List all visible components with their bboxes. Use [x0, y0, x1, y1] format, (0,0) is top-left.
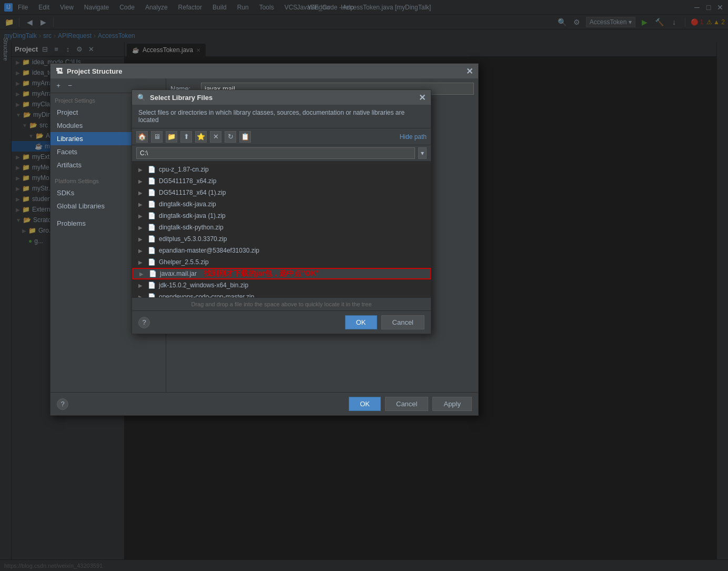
file-expand-icon: ▶ — [138, 236, 145, 242]
file-expand-icon: ▶ — [138, 167, 145, 173]
help-button[interactable]: ? — [138, 317, 150, 328]
file-item-0[interactable]: ▶ 📄 cpu-z_1.87-cn.zip — [132, 164, 431, 175]
file-expand-icon: ▶ — [138, 225, 145, 231]
file-type-icon: 📄 — [148, 224, 156, 231]
path-dropdown-button[interactable]: ▾ — [418, 147, 427, 159]
select-files-dialog: 🔍 Select Library Files ✕ Select files or… — [132, 89, 431, 334]
file-type-icon: 📄 — [148, 212, 156, 219]
file-item-6[interactable]: ▶ 📄 editplus_v5.3.0.3370.zip — [132, 233, 431, 245]
file-name: dingtalk-sdk-java.zip — [159, 201, 216, 208]
file-name: cpu-z_1.87-cn.zip — [159, 166, 209, 173]
select-files-cancel-button[interactable]: Cancel — [381, 315, 424, 329]
create-folder-button[interactable]: 📁 — [166, 131, 177, 143]
select-files-description: Select files or directories in which lib… — [132, 105, 431, 128]
file-name: javax.mail.jar — [160, 270, 197, 277]
annotation-text: 找到刚才下载的jar包，选中点"OK" — [204, 269, 319, 278]
file-name: jdk-15.0.2_windows-x64_bin.zip — [159, 282, 248, 289]
hide-path-link[interactable]: Hide path — [400, 133, 427, 141]
copy-path-button[interactable]: 📋 — [239, 131, 251, 143]
file-expand-icon: ▶ — [138, 178, 145, 184]
dialog-title-bar: 🏗 Project Structure ✕ — [50, 64, 478, 78]
file-expand-icon: ▶ — [138, 190, 145, 196]
dialog-title-icon: 🏗 — [56, 67, 63, 75]
path-input[interactable] — [136, 147, 415, 159]
up-button[interactable]: ⬆ — [180, 131, 192, 143]
file-toolbar: 🏠 🖥 📁 ⬆ ⭐ ✕ ↻ 📋 Hide path — [132, 128, 431, 145]
add-button[interactable]: + — [54, 81, 63, 91]
file-type-icon: 📄 — [148, 247, 156, 254]
file-name: DG5411178_x64 (1).zip — [159, 189, 226, 196]
file-name: dingtalk-sdk-python.zip — [159, 224, 224, 231]
file-tree[interactable]: ▶ 📄 cpu-z_1.87-cn.zip ▶ 📄 DG5411178_x64.… — [132, 162, 431, 297]
file-name: epandian-master@5384ef31030.zip — [159, 247, 259, 254]
dialog-title-text: Project Structure — [67, 67, 122, 75]
file-type-icon: 📄 — [148, 258, 156, 266]
file-type-icon: 📄 — [149, 270, 157, 277]
file-expand-icon: ▶ — [138, 248, 145, 254]
file-expand-icon: ▶ — [138, 283, 145, 288]
file-item-7[interactable]: ▶ 📄 epandian-master@5384ef31030.zip — [132, 245, 431, 256]
file-expand-icon: ▶ — [139, 271, 146, 277]
file-name: dingtalk-sdk-java (1).zip — [159, 212, 226, 219]
select-files-footer: ? OK Cancel — [132, 310, 431, 334]
desktop-button[interactable]: 🖥 — [151, 131, 163, 143]
select-files-close-button[interactable]: ✕ — [419, 93, 426, 103]
path-bar: ▾ — [132, 145, 431, 162]
file-item-3[interactable]: ▶ 📄 dingtalk-sdk-java.zip — [132, 198, 431, 210]
footer-buttons: OK Cancel Apply — [349, 397, 472, 411]
select-files-ok-button[interactable]: OK — [345, 315, 377, 329]
file-type-icon: 📄 — [148, 201, 156, 208]
file-type-icon: 📄 — [148, 282, 156, 289]
file-item-11[interactable]: ▶ 📄 opendevops-codo-cron-master.zip — [132, 291, 431, 297]
favorite-button[interactable]: ⭐ — [195, 131, 207, 143]
ok-button[interactable]: OK — [349, 397, 381, 411]
file-expand-icon: ▶ — [138, 259, 145, 265]
file-name: DG5411178_x64.zip — [159, 177, 216, 185]
file-item-10[interactable]: ▶ 📄 jdk-15.0.2_windows-x64_bin.zip — [132, 279, 431, 291]
file-item-5[interactable]: ▶ 📄 dingtalk-sdk-python.zip — [132, 222, 431, 233]
file-expand-icon: ▶ — [138, 213, 145, 219]
file-type-icon: 📄 — [148, 235, 156, 243]
file-type-icon: 📄 — [148, 189, 156, 196]
file-item-1[interactable]: ▶ 📄 DG5411178_x64.zip — [132, 175, 431, 187]
outer-dialog-footer: ? OK Cancel Apply — [50, 392, 478, 415]
file-type-icon: 📄 — [148, 166, 156, 173]
file-name: editplus_v5.3.0.3370.zip — [159, 235, 227, 243]
cancel-button[interactable]: Cancel — [385, 397, 428, 411]
file-type-icon: 📄 — [148, 293, 156, 297]
file-item-javax-mail[interactable]: ▶ 📄 javax.mail.jar 找到刚才下载的jar包，选中点"OK" — [132, 268, 431, 279]
file-item-4[interactable]: ▶ 📄 dingtalk-sdk-java (1).zip — [132, 210, 431, 222]
select-files-title-bar: 🔍 Select Library Files ✕ — [132, 90, 431, 105]
remove-button[interactable]: − — [65, 81, 75, 91]
file-name: opendevops-codo-cron-master.zip — [159, 293, 254, 297]
file-item-8[interactable]: ▶ 📄 Ghelper_2.5.5.zip — [132, 256, 431, 268]
help-button[interactable]: ? — [57, 398, 68, 410]
home-button[interactable]: 🏠 — [136, 131, 148, 143]
file-expand-icon: ▶ — [138, 202, 145, 207]
drag-drop-hint: Drag and drop a file into the space abov… — [132, 297, 431, 310]
select-files-title: Select Library Files — [150, 94, 213, 102]
delete-button[interactable]: ✕ — [210, 131, 221, 143]
file-name: Ghelper_2.5.5.zip — [159, 258, 209, 266]
refresh-button[interactable]: ↻ — [225, 131, 236, 143]
select-files-icon: 🔍 — [137, 94, 146, 102]
file-item-2[interactable]: ▶ 📄 DG5411178_x64 (1).zip — [132, 187, 431, 198]
dialog-close-button[interactable]: ✕ — [466, 66, 473, 76]
file-type-icon: 📄 — [148, 177, 156, 185]
footer-buttons: OK Cancel — [345, 315, 424, 329]
apply-button[interactable]: Apply — [432, 397, 472, 411]
